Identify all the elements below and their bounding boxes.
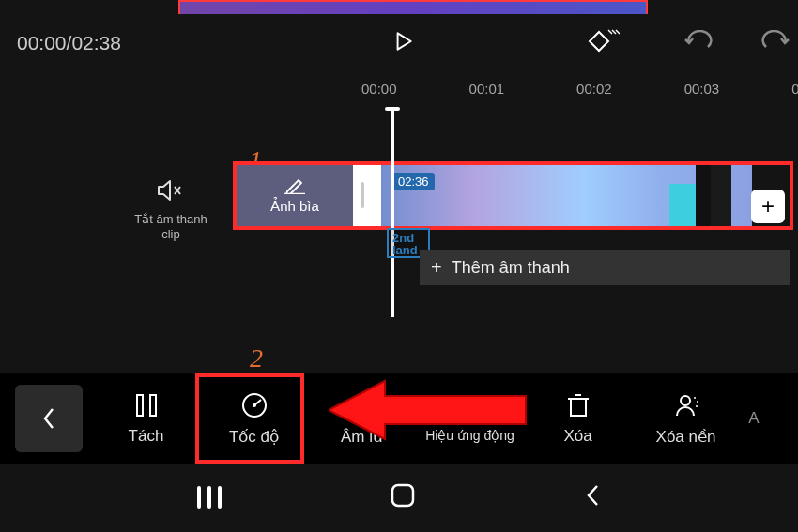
speed-icon bbox=[240, 391, 269, 419]
add-clip-button[interactable]: + bbox=[751, 190, 785, 223]
video-clip[interactable]: 02:36 bbox=[381, 165, 752, 226]
svg-rect-2 bbox=[150, 395, 156, 416]
tick-label: 00:00 bbox=[361, 81, 397, 101]
keyframe-icon bbox=[588, 27, 620, 55]
plus-icon: + bbox=[431, 257, 442, 279]
trash-icon bbox=[567, 391, 590, 419]
tool-speed[interactable]: Tốc độ bbox=[200, 391, 308, 447]
nav-recent-button[interactable] bbox=[197, 486, 222, 509]
pencil-icon bbox=[284, 177, 305, 194]
playhead[interactable] bbox=[391, 111, 394, 317]
tool-label: A bbox=[748, 409, 759, 428]
tool-label: Tách bbox=[129, 427, 164, 446]
nav-back-button[interactable] bbox=[584, 482, 601, 512]
clip-handle[interactable] bbox=[353, 165, 381, 226]
plus-icon: + bbox=[761, 193, 775, 220]
tool-remove-bg[interactable]: Xóa nền bbox=[632, 391, 740, 447]
annotation-arrow bbox=[329, 368, 535, 452]
preview-strip bbox=[178, 0, 648, 14]
tool-label: Tốc độ bbox=[229, 427, 279, 447]
svg-point-11 bbox=[681, 396, 690, 405]
android-nav-bar bbox=[0, 472, 798, 523]
svg-point-5 bbox=[253, 403, 256, 407]
tick-label: 00:01 bbox=[469, 81, 505, 101]
annotation-marker-2: 2 bbox=[250, 343, 263, 373]
tool-more[interactable]: A bbox=[740, 409, 768, 428]
mute-clip-label: Tắt âm thanh clip bbox=[124, 212, 218, 243]
add-audio-track[interactable]: + Thêm âm thanh bbox=[420, 250, 790, 285]
mute-icon bbox=[157, 178, 185, 203]
tool-label: Xóa nền bbox=[656, 427, 716, 447]
timeline-ticks: 00:00 00:01 00:02 00:03 00: bbox=[361, 81, 798, 101]
cover-thumbnail[interactable]: Ảnh bìa bbox=[237, 165, 353, 226]
keyframe-button[interactable] bbox=[588, 27, 620, 59]
playback-time: 00:00/02:38 bbox=[17, 32, 121, 54]
split-icon bbox=[134, 391, 159, 419]
svg-point-13 bbox=[697, 401, 698, 403]
clip-frame bbox=[696, 165, 711, 226]
tool-split[interactable]: Tách bbox=[92, 391, 200, 446]
redo-icon bbox=[760, 30, 790, 53]
toolbar-back-button[interactable] bbox=[15, 385, 83, 452]
svg-rect-1 bbox=[137, 395, 143, 416]
tool-label: Xóa bbox=[563, 427, 591, 446]
svg-point-12 bbox=[694, 397, 696, 399]
player-controls: 00:00/02:38 bbox=[17, 26, 781, 60]
clip-frame bbox=[669, 184, 696, 226]
undo-icon bbox=[683, 30, 714, 53]
svg-rect-16 bbox=[392, 485, 413, 506]
tick-label: 00: bbox=[791, 81, 798, 101]
undo-button[interactable] bbox=[683, 30, 714, 56]
cover-label: Ảnh bìa bbox=[270, 198, 319, 215]
play-button[interactable] bbox=[391, 29, 415, 57]
play-icon bbox=[391, 29, 415, 53]
clip-frame bbox=[711, 165, 731, 226]
tool-delete[interactable]: Xóa bbox=[524, 391, 632, 446]
svg-marker-15 bbox=[329, 381, 526, 439]
svg-point-14 bbox=[696, 405, 698, 407]
nav-home-button[interactable] bbox=[390, 482, 416, 512]
svg-rect-8 bbox=[571, 399, 586, 416]
chevron-left-icon bbox=[41, 406, 56, 431]
add-audio-label: Thêm âm thanh bbox=[452, 258, 570, 278]
clip-duration-badge: 02:36 bbox=[392, 173, 435, 190]
mute-clip-button[interactable]: Tắt âm thanh clip bbox=[124, 178, 218, 243]
tick-label: 00:03 bbox=[684, 81, 720, 101]
redo-button[interactable] bbox=[760, 30, 790, 56]
tick-label: 00:02 bbox=[576, 81, 612, 101]
person-cutout-icon bbox=[672, 391, 700, 419]
home-icon bbox=[390, 482, 416, 509]
chevron-left-icon bbox=[584, 482, 601, 509]
